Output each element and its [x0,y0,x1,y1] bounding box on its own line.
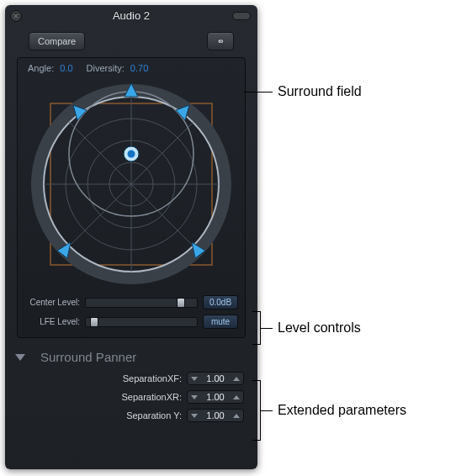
chevron-down-icon[interactable] [191,377,198,381]
surround-panner-panel: ✕ Audio 2 Compare Angle: 0.0 Diversity: … [5,5,257,469]
slider-thumb-icon[interactable] [90,317,98,327]
lfe-level-label: LFE Level: [24,317,80,326]
lfe-level-slider[interactable] [85,317,198,327]
lfe-mute-button[interactable]: mute [203,315,238,329]
chevron-down-icon[interactable] [191,395,198,399]
lfe-level-row: LFE Level: mute [24,315,238,329]
callout-surround-field: Surround field [244,84,362,99]
param-stepper[interactable]: 1.00 [187,390,244,404]
svg-point-17 [128,151,135,158]
param-label: SeparationXF: [123,373,182,383]
surround-field[interactable] [25,78,237,290]
chevron-up-icon[interactable] [233,377,240,381]
param-value[interactable]: 1.00 [203,392,228,402]
toolbar: Compare [5,27,257,57]
extended-params-header: Surround Panner [13,350,249,364]
window-pill-icon[interactable] [232,12,251,20]
disclosure-triangle-icon[interactable] [15,354,25,361]
center-level-slider[interactable] [85,298,198,308]
close-icon[interactable]: ✕ [10,10,22,22]
param-row: SeparationXR:1.00 [5,388,257,406]
param-value[interactable]: 1.00 [203,410,228,420]
param-stepper[interactable]: 1.00 [187,372,244,385]
callout-level-controls: Level controls [252,311,361,345]
readouts: Angle: 0.0 Diversity: 0.70 [24,63,238,77]
link-button[interactable] [207,32,234,50]
chevron-up-icon[interactable] [233,414,240,418]
section-title: Surround Panner [40,350,136,364]
center-level-row: Center Level: 0.0dB [24,295,238,309]
window-titlebar: ✕ Audio 2 [5,5,257,27]
slider-thumb-icon[interactable] [177,298,185,308]
callout-extended-params: Extended parameters [252,380,406,441]
angle-value[interactable]: 0.0 [60,63,72,73]
chevron-down-icon[interactable] [191,414,198,418]
center-level-readout[interactable]: 0.0dB [203,295,238,309]
angle-label: Angle: [28,63,54,73]
param-row: SeparationXF:1.00 [5,369,257,388]
param-label: Separation Y: [126,410,182,420]
param-value[interactable]: 1.00 [203,373,228,383]
diversity-value[interactable]: 0.70 [130,63,148,73]
diversity-label: Diversity: [87,63,125,73]
center-level-label: Center Level: [24,298,80,307]
chevron-up-icon[interactable] [233,395,240,399]
param-label: SeparationXR: [121,392,182,402]
extended-params: SeparationXF:1.00SeparationXR:1.00Separa… [5,369,257,425]
pan-puck-icon [124,146,139,161]
window-title: Audio 2 [113,9,150,22]
surround-field-box: Angle: 0.0 Diversity: 0.70 [17,57,246,338]
param-stepper[interactable]: 1.00 [187,409,244,422]
link-icon [216,36,225,46]
compare-button[interactable]: Compare [29,32,85,50]
param-row: Separation Y:1.00 [5,406,257,425]
